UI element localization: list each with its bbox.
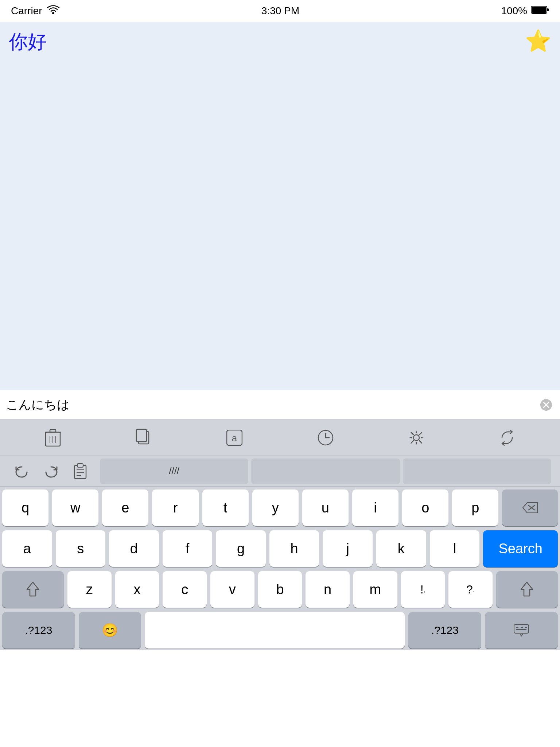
key-p[interactable]: p (452, 489, 498, 526)
history-button[interactable] (311, 425, 340, 450)
star-icon[interactable]: ⭐ (525, 28, 551, 53)
status-left: Carrier (11, 5, 60, 18)
key-y[interactable]: y (252, 489, 299, 526)
key-row-4: .?123 😊 .?123 (2, 612, 558, 649)
key-i[interactable]: i (352, 489, 398, 526)
font-button[interactable]: a (220, 425, 249, 450)
key-row-2: a s d f g h j k l Search (2, 530, 558, 567)
key-n[interactable]: n (306, 571, 350, 608)
status-bar: Carrier 3:30 PM 100% (0, 0, 560, 22)
predictive-cell-1[interactable]: //// (100, 458, 248, 484)
predictive-strip: //// (98, 458, 553, 484)
key-h[interactable]: h (269, 530, 319, 567)
key-r[interactable]: r (152, 489, 198, 526)
time-label: 3:30 PM (261, 5, 299, 17)
clipboard-button[interactable] (66, 458, 95, 484)
svg-rect-14 (136, 429, 147, 442)
key-a[interactable]: a (2, 530, 52, 567)
repeat-button[interactable] (493, 425, 522, 450)
shift-left-key[interactable] (2, 571, 64, 608)
num-right-key[interactable]: .?123 (408, 612, 481, 649)
key-j[interactable]: j (323, 530, 373, 567)
extra-toolbar: //// (0, 456, 560, 487)
keyboard-dismiss-key[interactable] (485, 612, 558, 649)
svg-rect-22 (77, 464, 83, 467)
svg-rect-30 (514, 624, 529, 633)
svg-rect-2 (547, 8, 549, 11)
main-text-area[interactable]: 你好 ⭐ (0, 22, 560, 390)
clear-button[interactable] (538, 397, 554, 413)
space-key[interactable] (145, 612, 405, 649)
key-f[interactable]: f (163, 530, 213, 567)
key-l[interactable]: l (430, 530, 480, 567)
key-c[interactable]: c (163, 571, 207, 608)
key-exclaim[interactable]: !, (401, 571, 445, 608)
svg-text:a: a (232, 433, 237, 444)
svg-rect-9 (50, 430, 56, 432)
emoji-key[interactable]: 😊 (79, 612, 141, 649)
key-g[interactable]: g (216, 530, 266, 567)
key-b[interactable]: b (258, 571, 302, 608)
svg-marker-28 (27, 582, 39, 596)
copy-button[interactable] (129, 425, 158, 450)
predictive-cell-2[interactable] (251, 458, 400, 484)
key-k[interactable]: k (376, 530, 426, 567)
undo-button[interactable] (7, 458, 36, 484)
key-d[interactable]: d (109, 530, 159, 567)
key-w[interactable]: w (52, 489, 98, 526)
keyboard: q w e r t y u i o p a s d f g h j k l Se… (0, 487, 560, 650)
key-row-3: z x c v b n m !, ?. (2, 571, 558, 608)
key-o[interactable]: o (402, 489, 448, 526)
predictive-cell-3[interactable] (403, 458, 551, 484)
svg-point-0 (52, 12, 54, 14)
battery-percent: 100% (501, 5, 527, 17)
key-s[interactable]: s (56, 530, 106, 567)
trash-button[interactable] (38, 425, 67, 450)
key-row-1: q w e r t y u i o p (2, 489, 558, 526)
settings-button[interactable] (402, 425, 431, 450)
key-e[interactable]: e (102, 489, 148, 526)
redo-button[interactable] (36, 458, 66, 484)
key-z[interactable]: z (67, 571, 112, 608)
search-bar (0, 390, 560, 419)
wifi-icon (47, 5, 60, 18)
key-m[interactable]: m (353, 571, 397, 608)
status-right: 100% (501, 5, 549, 17)
num-left-key[interactable]: .?123 (2, 612, 75, 649)
battery-icon (531, 5, 549, 17)
key-question[interactable]: ?. (448, 571, 493, 608)
keyboard-toolbar: a (0, 419, 560, 456)
svg-rect-3 (532, 7, 546, 13)
main-text-content: 你好 (9, 29, 551, 55)
key-t[interactable]: t (202, 489, 249, 526)
key-x[interactable]: x (115, 571, 159, 608)
search-input[interactable] (6, 398, 538, 412)
shift-right-key[interactable] (496, 571, 558, 608)
svg-marker-29 (521, 582, 533, 596)
key-u[interactable]: u (302, 489, 349, 526)
carrier-label: Carrier (11, 5, 42, 17)
search-button[interactable]: Search (483, 530, 558, 567)
key-v[interactable]: v (210, 571, 254, 608)
svg-point-20 (413, 435, 419, 441)
key-q[interactable]: q (2, 489, 48, 526)
delete-key[interactable] (502, 489, 558, 526)
